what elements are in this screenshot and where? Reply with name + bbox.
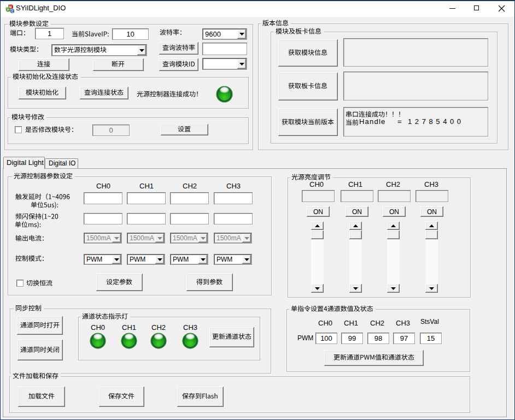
svg-text:P: P xyxy=(7,8,9,11)
svg-text:C: C xyxy=(11,10,14,13)
